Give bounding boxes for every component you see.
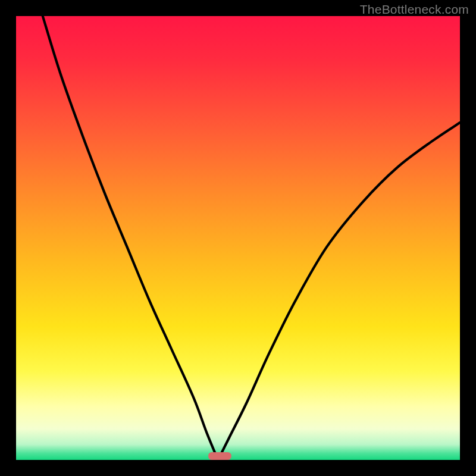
plot-background bbox=[16, 16, 460, 460]
outer-frame: TheBottleneck.com bbox=[0, 0, 476, 476]
bottleneck-chart bbox=[0, 0, 476, 476]
optimum-marker bbox=[208, 452, 231, 460]
